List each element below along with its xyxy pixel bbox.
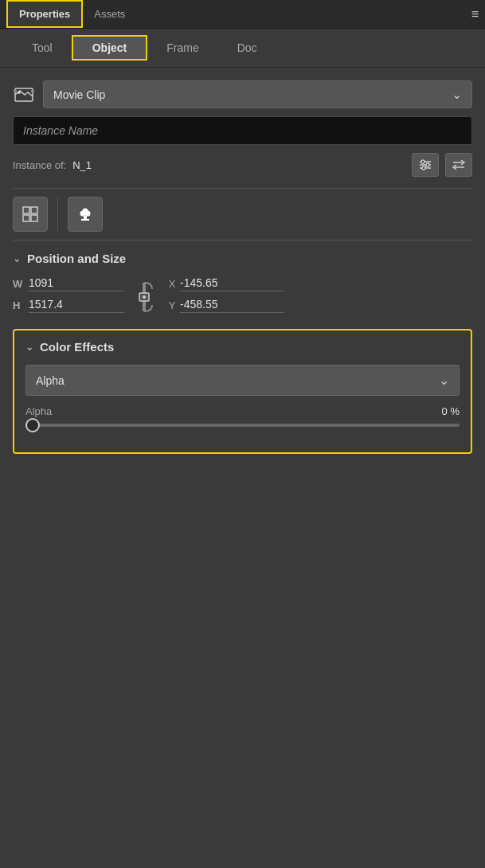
svg-rect-11 [31,207,37,213]
x-value[interactable]: -145.65 [180,276,284,291]
movie-clip-icon [13,84,35,106]
sub-tab-bar: Tool Object Frame Doc [0,29,485,68]
color-effects-header: ⌄ Color Effects [25,340,460,354]
color-effects-dropdown[interactable]: Alpha ⌄ [25,365,460,396]
svg-rect-12 [23,215,29,221]
color-effects-dropdown-value: Alpha [36,374,65,387]
w-label: W [13,278,29,290]
h-value[interactable]: 1517.4 [29,298,124,313]
color-effects-section: ⌄ Color Effects Alpha ⌄ Alpha 0 % [13,329,472,454]
hamburger-menu-icon[interactable]: ≡ [471,7,479,22]
tab-properties[interactable]: Properties [6,0,83,28]
position-size-title: Position and Size [27,252,126,265]
color-effects-chevron[interactable]: ⌄ [25,342,33,353]
x-label: X [164,278,180,290]
svg-point-9 [422,166,425,170]
divider-2 [13,240,472,240]
buttons-row [13,197,472,232]
divider-1 [13,188,472,189]
instance-of-label: Instance of: [13,159,66,171]
position-size-chevron[interactable]: ⌄ [13,253,21,264]
y-label: Y [164,299,180,311]
instance-of-value: N_1 [72,159,405,171]
alpha-slider[interactable] [25,424,460,440]
svg-rect-3 [31,90,34,92]
instance-of-row: Instance of: N_1 [13,153,472,177]
properties-icon-button[interactable] [412,153,439,177]
color-effects-title: Color Effects [40,340,114,354]
svg-point-7 [421,160,424,163]
symbol-button[interactable] [68,197,103,232]
y-value[interactable]: -458.55 [180,298,284,313]
tab-frame[interactable]: Frame [147,37,217,59]
btn-divider [57,197,58,232]
svg-rect-13 [31,215,37,221]
pos-size-grid: W 1091 X -145.65 H 1517.4 Y -458.55 [13,276,472,313]
svg-rect-10 [23,207,29,213]
h-label: H [13,299,29,311]
tab-tool[interactable]: Tool [13,37,72,59]
tab-assets[interactable]: Assets [83,2,136,26]
svg-point-16 [83,209,88,214]
alpha-value: 0 % [442,405,460,417]
tab-doc[interactable]: Doc [218,37,276,59]
position-size-section-header: ⌄ Position and Size [13,252,472,265]
color-effects-dropdown-arrow: ⌄ [439,373,449,388]
alpha-label: Alpha [25,405,52,417]
alpha-row: Alpha 0 % [25,405,460,417]
svg-rect-2 [14,90,17,92]
tab-bar: Properties Assets ≡ [0,0,485,29]
slider-track [25,424,460,427]
instance-name-input[interactable]: Instance Name [13,116,472,145]
svg-point-1 [18,91,21,94]
symbol-type-row: Movie Clip ⌄ [13,80,472,108]
swap-icon-button[interactable] [445,153,472,177]
svg-rect-18 [81,219,89,221]
symbol-type-label: Movie Clip [53,88,105,101]
svg-point-22 [143,295,146,299]
svg-point-8 [426,163,429,166]
tab-object[interactable]: Object [72,35,148,61]
symbol-type-dropdown[interactable]: Movie Clip ⌄ [43,80,472,108]
layout-button[interactable] [13,197,48,232]
lock-icon[interactable] [124,276,164,313]
main-content: Movie Clip ⌄ Instance Name Instance of: … [0,68,485,462]
w-value[interactable]: 1091 [29,276,124,291]
slider-thumb[interactable] [25,418,40,432]
symbol-type-dropdown-arrow: ⌄ [452,87,462,102]
